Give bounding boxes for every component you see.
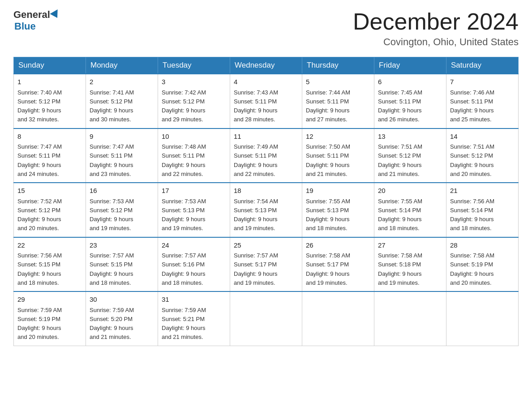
header-wednesday: Wednesday	[230, 57, 302, 74]
day-number: 1	[17, 77, 82, 87]
table-row: 25 Sunrise: 7:57 AMSunset: 5:17 PMDaylig…	[230, 237, 302, 292]
table-row: 2 Sunrise: 7:41 AMSunset: 5:12 PMDayligh…	[86, 74, 158, 128]
location-subtitle: Covington, Ohio, United States	[353, 36, 519, 48]
header-saturday: Saturday	[446, 57, 519, 74]
header-friday: Friday	[374, 57, 446, 74]
table-row: 16 Sunrise: 7:53 AMSunset: 5:12 PMDaylig…	[86, 183, 158, 237]
table-row: 14 Sunrise: 7:51 AMSunset: 5:12 PMDaylig…	[446, 128, 519, 183]
table-row: 24 Sunrise: 7:57 AMSunset: 5:16 PMDaylig…	[158, 237, 230, 292]
day-number: 7	[450, 77, 515, 87]
calendar-table: Sunday Monday Tuesday Wednesday Thursday…	[13, 57, 519, 346]
day-info: Sunrise: 7:47 AMSunset: 5:11 PMDaylight:…	[90, 143, 134, 177]
calendar-week-row: 22 Sunrise: 7:56 AMSunset: 5:15 PMDaylig…	[14, 237, 519, 292]
day-info: Sunrise: 7:58 AMSunset: 5:18 PMDaylight:…	[378, 252, 422, 286]
table-row: 15 Sunrise: 7:52 AMSunset: 5:12 PMDaylig…	[14, 183, 86, 237]
table-row	[302, 291, 374, 346]
table-row: 8 Sunrise: 7:47 AMSunset: 5:11 PMDayligh…	[14, 128, 86, 183]
calendar-week-row: 1 Sunrise: 7:40 AMSunset: 5:12 PMDayligh…	[14, 74, 519, 128]
table-row: 10 Sunrise: 7:48 AMSunset: 5:11 PMDaylig…	[158, 128, 230, 183]
logo-general-text: General	[13, 9, 50, 21]
table-row	[446, 291, 519, 346]
day-number: 4	[234, 77, 298, 87]
month-title: December 2024	[353, 9, 519, 34]
day-info: Sunrise: 7:43 AMSunset: 5:11 PMDaylight:…	[234, 89, 278, 123]
day-number: 3	[162, 77, 226, 87]
day-info: Sunrise: 7:53 AMSunset: 5:13 PMDaylight:…	[162, 198, 206, 232]
day-number: 27	[378, 240, 442, 251]
day-info: Sunrise: 7:59 AMSunset: 5:19 PMDaylight:…	[17, 307, 62, 341]
day-number: 12	[306, 132, 370, 142]
day-info: Sunrise: 7:41 AMSunset: 5:12 PMDaylight:…	[90, 89, 134, 123]
table-row: 1 Sunrise: 7:40 AMSunset: 5:12 PMDayligh…	[14, 74, 86, 128]
table-row	[374, 291, 446, 346]
day-number: 18	[234, 186, 298, 196]
day-number: 21	[450, 186, 515, 196]
day-info: Sunrise: 7:52 AMSunset: 5:12 PMDaylight:…	[17, 198, 62, 232]
day-number: 15	[17, 186, 82, 196]
table-row: 21 Sunrise: 7:56 AMSunset: 5:14 PMDaylig…	[446, 183, 519, 237]
day-info: Sunrise: 7:58 AMSunset: 5:17 PMDaylight:…	[306, 252, 350, 286]
day-info: Sunrise: 7:47 AMSunset: 5:11 PMDaylight:…	[17, 143, 62, 177]
header-sunday: Sunday	[14, 57, 86, 74]
day-number: 30	[90, 295, 154, 305]
calendar-week-row: 29 Sunrise: 7:59 AMSunset: 5:19 PMDaylig…	[14, 291, 519, 346]
table-row: 4 Sunrise: 7:43 AMSunset: 5:11 PMDayligh…	[230, 74, 302, 128]
table-row: 17 Sunrise: 7:53 AMSunset: 5:13 PMDaylig…	[158, 183, 230, 237]
day-info: Sunrise: 7:55 AMSunset: 5:14 PMDaylight:…	[378, 198, 422, 232]
day-info: Sunrise: 7:40 AMSunset: 5:12 PMDaylight:…	[17, 89, 62, 123]
day-number: 19	[306, 186, 370, 196]
table-row: 23 Sunrise: 7:57 AMSunset: 5:15 PMDaylig…	[86, 237, 158, 292]
day-info: Sunrise: 7:57 AMSunset: 5:15 PMDaylight:…	[90, 252, 134, 286]
table-row: 30 Sunrise: 7:59 AMSunset: 5:20 PMDaylig…	[86, 291, 158, 346]
day-info: Sunrise: 7:56 AMSunset: 5:14 PMDaylight:…	[450, 198, 494, 232]
day-info: Sunrise: 7:45 AMSunset: 5:11 PMDaylight:…	[378, 89, 422, 123]
table-row: 20 Sunrise: 7:55 AMSunset: 5:14 PMDaylig…	[374, 183, 446, 237]
table-row: 19 Sunrise: 7:55 AMSunset: 5:13 PMDaylig…	[302, 183, 374, 237]
table-row: 7 Sunrise: 7:46 AMSunset: 5:11 PMDayligh…	[446, 74, 519, 128]
day-info: Sunrise: 7:59 AMSunset: 5:20 PMDaylight:…	[90, 307, 134, 341]
calendar-week-row: 8 Sunrise: 7:47 AMSunset: 5:11 PMDayligh…	[14, 128, 519, 183]
day-info: Sunrise: 7:56 AMSunset: 5:15 PMDaylight:…	[17, 252, 62, 286]
day-info: Sunrise: 7:51 AMSunset: 5:12 PMDaylight:…	[378, 143, 422, 177]
day-info: Sunrise: 7:48 AMSunset: 5:11 PMDaylight:…	[162, 143, 206, 177]
table-row: 3 Sunrise: 7:42 AMSunset: 5:12 PMDayligh…	[158, 74, 230, 128]
day-info: Sunrise: 7:44 AMSunset: 5:11 PMDaylight:…	[306, 89, 350, 123]
logo-blue-text: Blue	[14, 21, 36, 32]
table-row: 18 Sunrise: 7:54 AMSunset: 5:13 PMDaylig…	[230, 183, 302, 237]
day-number: 11	[234, 132, 298, 142]
page-header: General Blue December 2024 Covington, Oh…	[13, 9, 519, 48]
day-number: 26	[306, 240, 370, 251]
day-info: Sunrise: 7:58 AMSunset: 5:19 PMDaylight:…	[450, 252, 494, 286]
table-row: 6 Sunrise: 7:45 AMSunset: 5:11 PMDayligh…	[374, 74, 446, 128]
calendar-week-row: 15 Sunrise: 7:52 AMSunset: 5:12 PMDaylig…	[14, 183, 519, 237]
weekday-header-row: Sunday Monday Tuesday Wednesday Thursday…	[14, 57, 519, 74]
title-section: December 2024 Covington, Ohio, United St…	[353, 9, 519, 48]
day-number: 8	[17, 132, 82, 142]
day-number: 23	[90, 240, 154, 251]
table-row	[230, 291, 302, 346]
table-row: 9 Sunrise: 7:47 AMSunset: 5:11 PMDayligh…	[86, 128, 158, 183]
table-row: 11 Sunrise: 7:49 AMSunset: 5:11 PMDaylig…	[230, 128, 302, 183]
day-number: 24	[162, 240, 226, 251]
table-row: 29 Sunrise: 7:59 AMSunset: 5:19 PMDaylig…	[14, 291, 86, 346]
day-info: Sunrise: 7:54 AMSunset: 5:13 PMDaylight:…	[234, 198, 278, 232]
day-info: Sunrise: 7:51 AMSunset: 5:12 PMDaylight:…	[450, 143, 494, 177]
day-info: Sunrise: 7:57 AMSunset: 5:16 PMDaylight:…	[162, 252, 206, 286]
table-row: 26 Sunrise: 7:58 AMSunset: 5:17 PMDaylig…	[302, 237, 374, 292]
day-number: 6	[378, 77, 442, 87]
day-number: 31	[162, 295, 226, 305]
day-number: 16	[90, 186, 154, 196]
logo: General Blue	[13, 9, 61, 32]
day-number: 9	[90, 132, 154, 142]
day-number: 25	[234, 240, 298, 251]
table-row: 28 Sunrise: 7:58 AMSunset: 5:19 PMDaylig…	[446, 237, 519, 292]
day-info: Sunrise: 7:49 AMSunset: 5:11 PMDaylight:…	[234, 143, 278, 177]
header-thursday: Thursday	[302, 57, 374, 74]
day-info: Sunrise: 7:53 AMSunset: 5:12 PMDaylight:…	[90, 198, 134, 232]
day-number: 2	[90, 77, 154, 87]
day-number: 13	[378, 132, 442, 142]
table-row: 12 Sunrise: 7:50 AMSunset: 5:11 PMDaylig…	[302, 128, 374, 183]
day-number: 22	[17, 240, 82, 251]
day-number: 29	[17, 295, 82, 305]
day-info: Sunrise: 7:42 AMSunset: 5:12 PMDaylight:…	[162, 89, 206, 123]
